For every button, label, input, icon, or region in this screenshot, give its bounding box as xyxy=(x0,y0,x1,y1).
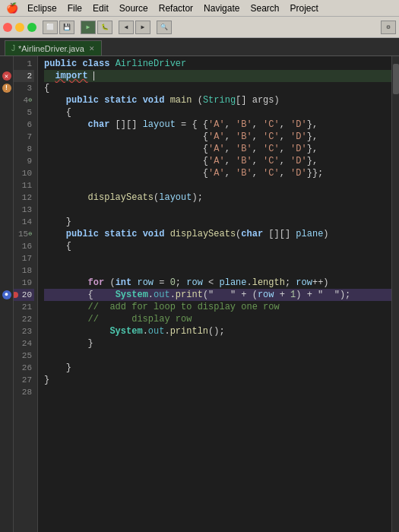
menu-file[interactable]: File xyxy=(68,3,82,14)
ann-20: ● xyxy=(0,289,13,301)
ann-22 xyxy=(0,313,13,325)
ann-4 xyxy=(0,94,13,106)
line-num-5: 5 xyxy=(14,106,34,119)
line-num-7: 7 xyxy=(14,131,34,143)
maximize-window-button[interactable] xyxy=(27,23,36,32)
toolbar: ⬜ 💾 ▶ 🐛 ◀ ▶ 🔍 ⚙ xyxy=(0,17,399,38)
line-num-14: 14 xyxy=(14,216,34,228)
tab-label: *AirlineDriver.java xyxy=(18,44,84,53)
code-line-19: for (int row = 0; row < plane.length; ro… xyxy=(44,277,391,289)
code-line-21: // add for loop to display one row xyxy=(44,301,391,313)
code-line-6: char [][] layout = { {'A', 'B', 'C', 'D'… xyxy=(44,119,391,131)
line-num-17: 17 xyxy=(14,252,34,264)
line-num-26: 26 xyxy=(14,362,34,374)
ann-8 xyxy=(0,143,13,155)
minimize-window-button[interactable] xyxy=(15,23,24,32)
menu-refactor[interactable]: Refactor xyxy=(159,3,193,14)
scrollbar-thumb[interactable] xyxy=(393,64,399,94)
code-line-14: } xyxy=(44,216,391,228)
line-num-15: 15⊖ xyxy=(14,228,34,240)
code-line-5: { xyxy=(44,106,391,119)
toolbar-new-btn[interactable]: ⬜ xyxy=(43,21,58,34)
code-line-8: {'A', 'B', 'C', 'D'}, xyxy=(44,143,391,155)
toolbar-fwd-btn[interactable]: ▶ xyxy=(135,21,150,34)
line-num-21: 21 xyxy=(14,301,34,313)
toolbar-save-btn[interactable]: 💾 xyxy=(59,21,74,34)
code-line-13 xyxy=(44,204,391,216)
breakpoint-20[interactable]: ● xyxy=(2,290,11,299)
ann-9 xyxy=(0,155,13,167)
ann-14 xyxy=(0,216,13,228)
toolbar-back-btn[interactable]: ◀ xyxy=(119,21,134,34)
editor-area: ✕ ! ● 1 2 3 4⊖ 5 6 7 xyxy=(0,56,399,532)
ann-12 xyxy=(0,192,13,204)
ann-2: ✕ xyxy=(0,70,13,82)
menu-source[interactable]: Source xyxy=(119,3,148,14)
menu-edit[interactable]: Edit xyxy=(93,3,109,14)
code-line-10: {'A', 'B', 'C', 'D'}}; xyxy=(44,167,391,179)
ann-19 xyxy=(0,277,13,289)
ann-13 xyxy=(0,204,13,216)
code-line-2: import xyxy=(44,70,391,82)
code-line-7: {'A', 'B', 'C', 'D'}, xyxy=(44,131,391,143)
menu-bar: 🍎 Eclipse File Edit Source Refactor Navi… xyxy=(0,0,399,17)
code-line-3: { xyxy=(44,82,391,94)
code-line-26: } xyxy=(44,362,391,374)
ann-5 xyxy=(0,106,13,119)
ann-10 xyxy=(0,167,13,179)
code-line-9: {'A', 'B', 'C', 'D'}, xyxy=(44,155,391,167)
line-num-28: 28 xyxy=(14,386,34,398)
line-num-16: 16 xyxy=(14,240,34,252)
menu-eclipse[interactable]: Eclipse xyxy=(27,3,57,14)
tab-close-button[interactable]: ✕ xyxy=(89,45,95,52)
menu-project[interactable]: Project xyxy=(290,3,318,14)
line-num-13: 13 xyxy=(14,204,34,216)
code-line-23: System.out.println(); xyxy=(44,325,391,337)
code-line-25 xyxy=(44,350,391,362)
code-line-22: // display row xyxy=(44,313,391,325)
close-window-button[interactable] xyxy=(3,23,12,32)
line-num-1: 1 xyxy=(14,58,34,70)
menu-navigate[interactable]: Navigate xyxy=(204,3,239,14)
code-line-17 xyxy=(44,252,391,264)
line-num-3: 3 xyxy=(14,82,34,94)
annotation-gutter: ✕ ! ● xyxy=(0,56,14,532)
ann-6 xyxy=(0,119,13,131)
ann-28 xyxy=(0,386,13,398)
line-num-8: 8 xyxy=(14,143,34,155)
breakpoint-dot-20 xyxy=(14,292,18,298)
toolbar-search-btn[interactable]: 🔍 xyxy=(157,21,172,34)
line-num-12: 12 xyxy=(14,192,34,204)
text-cursor xyxy=(93,71,94,81)
ann-11 xyxy=(0,179,13,192)
toolbar-run-btn[interactable]: ▶ xyxy=(81,21,96,34)
ann-23 xyxy=(0,325,13,337)
line-num-10: 10 xyxy=(14,167,34,179)
ann-1 xyxy=(0,58,13,70)
code-line-24: } xyxy=(44,337,391,350)
error-marker-2: ✕ xyxy=(2,71,11,81)
code-line-4: public static void main (String[] args) xyxy=(44,94,391,106)
ann-27 xyxy=(0,374,13,386)
line-num-2: 2 xyxy=(14,70,34,82)
toolbar-perspective-btn[interactable]: ⚙ xyxy=(381,21,396,34)
line-numbers: 1 2 3 4⊖ 5 6 7 8 9 10 11 12 13 14 15⊖ 16… xyxy=(14,56,38,532)
editor-tab[interactable]: J *AirlineDriver.java ✕ xyxy=(5,40,102,55)
ann-16 xyxy=(0,240,13,252)
code-line-27: } xyxy=(44,374,391,386)
tab-bar: J *AirlineDriver.java ✕ xyxy=(0,38,399,56)
ann-26 xyxy=(0,362,13,374)
line-num-6: 6 xyxy=(14,119,34,131)
apple-menu[interactable]: 🍎 xyxy=(6,2,18,14)
vertical-scrollbar[interactable] xyxy=(391,56,399,532)
menu-items: Eclipse File Edit Source Refactor Naviga… xyxy=(27,3,318,14)
toolbar-debug-btn[interactable]: 🐛 xyxy=(97,21,112,34)
code-line-12: displaySeats(layout); xyxy=(44,192,391,204)
line-num-4: 4⊖ xyxy=(14,94,34,106)
code-editor[interactable]: public class AirlineDriver import { publ… xyxy=(38,56,391,532)
line-num-23: 23 xyxy=(14,325,34,337)
ann-21 xyxy=(0,301,13,313)
ann-15 xyxy=(0,228,13,240)
menu-search[interactable]: Search xyxy=(250,3,279,14)
line-num-18: 18 xyxy=(14,264,34,277)
